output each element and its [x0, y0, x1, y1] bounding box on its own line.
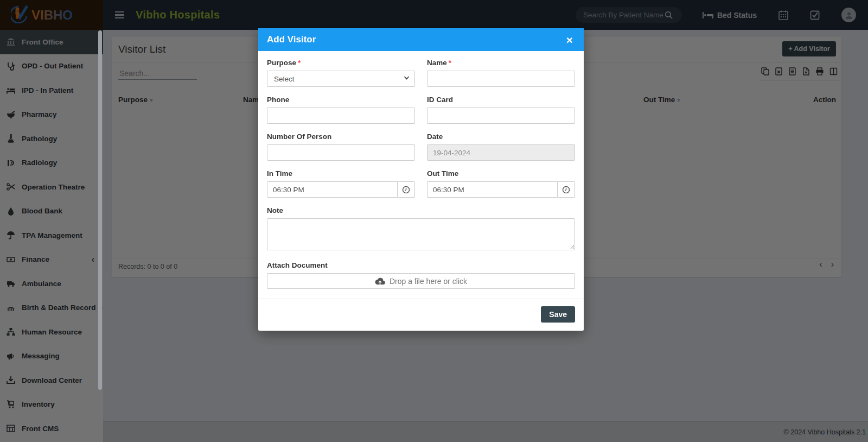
- modal-title: Add Visitor: [267, 34, 564, 45]
- in-time-field[interactable]: [267, 181, 397, 198]
- modal-body: Purpose* Select Name* Phone ID Card Numb…: [258, 51, 584, 299]
- out-time-label: Out Time: [427, 169, 575, 178]
- clock-icon: [402, 186, 410, 194]
- note-label: Note: [267, 206, 575, 214]
- id-card-label: ID Card: [427, 96, 575, 104]
- sidebar-scrollbar[interactable]: [98, 30, 102, 390]
- number-of-person-field[interactable]: [267, 144, 415, 161]
- name-label: Name*: [427, 59, 575, 67]
- purpose-label: Purpose*: [267, 59, 415, 67]
- file-dropzone[interactable]: Drop a file here or click: [267, 273, 575, 289]
- modal-header: Add Visitor ×: [258, 28, 584, 51]
- attach-document-label: Attach Document: [267, 261, 575, 269]
- close-icon[interactable]: ×: [564, 33, 575, 47]
- phone-field[interactable]: [267, 108, 415, 124]
- phone-label: Phone: [267, 96, 415, 104]
- number-of-person-label: Number Of Person: [267, 132, 415, 141]
- purpose-select[interactable]: Select: [267, 71, 415, 87]
- modal-footer: Save: [258, 299, 584, 331]
- chevron-down-icon: [404, 75, 410, 81]
- save-button[interactable]: Save: [541, 306, 575, 323]
- date-label: Date: [427, 132, 575, 141]
- name-field[interactable]: [427, 71, 575, 87]
- out-time-clock-button[interactable]: [557, 181, 575, 198]
- cloud-upload-icon: [375, 277, 385, 285]
- required-marker: *: [449, 59, 451, 67]
- in-time-clock-button[interactable]: [397, 181, 415, 198]
- out-time-field[interactable]: [427, 181, 557, 198]
- note-field[interactable]: [267, 218, 575, 250]
- dropzone-text: Drop a file here or click: [390, 277, 467, 286]
- in-time-label: In Time: [267, 169, 415, 178]
- add-visitor-modal: Add Visitor × Purpose* Select Name* Phon…: [258, 28, 584, 331]
- id-card-field[interactable]: [427, 108, 575, 124]
- required-marker: *: [298, 59, 301, 67]
- date-field[interactable]: [427, 144, 575, 161]
- clock-icon: [562, 186, 570, 194]
